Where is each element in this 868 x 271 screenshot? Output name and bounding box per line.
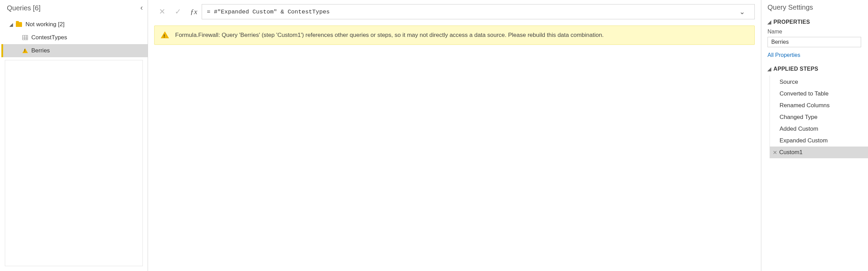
warning-icon: [161, 31, 169, 38]
step-label: Expanded Custom: [780, 137, 828, 144]
all-properties-link[interactable]: All Properties: [768, 52, 868, 58]
folder-icon: [16, 22, 22, 27]
confirm-icon: ✓: [170, 4, 186, 19]
query-settings-title: Query Settings: [768, 3, 868, 11]
expand-formula-icon[interactable]: ⌄: [734, 8, 750, 16]
table-icon: [22, 35, 28, 40]
queries-header-title: Queries [6]: [7, 4, 140, 12]
delete-step-icon[interactable]: ✕: [773, 149, 777, 156]
section-header-label: APPLIED STEPS: [773, 66, 818, 72]
step-expanded-custom[interactable]: ✕Expanded Custom: [770, 135, 868, 147]
step-label: Added Custom: [780, 126, 818, 132]
step-renamed-columns[interactable]: ✕Renamed Columns: [770, 100, 868, 111]
center-panel: ✕ ✓ ƒx = #"Expanded Custom" & ContestTyp…: [148, 0, 761, 271]
step-label: Changed Type: [780, 114, 817, 121]
query-item-label: ContestTypes: [31, 34, 67, 41]
query-item-berries[interactable]: Berries: [1, 44, 148, 57]
queries-header: Queries [6] ‹: [0, 3, 148, 18]
formula-bar: ✕ ✓ ƒx = #"Expanded Custom" & ContestTyp…: [154, 4, 755, 19]
warning-text: Formula.Firewall: Query 'Berries' (step …: [175, 31, 748, 40]
formula-input[interactable]: = #"Expanded Custom" & ContestTypes ⌄: [202, 4, 755, 19]
step-custom1[interactable]: ✕Custom1: [770, 147, 868, 158]
collapse-panel-icon[interactable]: ‹: [140, 3, 143, 12]
formula-text: = #"Expanded Custom" & ContestTypes: [207, 9, 734, 15]
properties-section-header[interactable]: ◢ PROPERTIES: [768, 19, 868, 25]
section-header-label: PROPERTIES: [773, 19, 810, 25]
folder-label: Not working [2]: [25, 21, 64, 28]
caret-down-icon: ◢: [768, 66, 771, 72]
caret-down-icon: ◢: [9, 22, 13, 27]
query-item-contesttypes[interactable]: ContestTypes: [1, 31, 148, 44]
step-label: Renamed Columns: [780, 102, 830, 109]
step-added-custom[interactable]: ✕Added Custom: [770, 123, 868, 135]
applied-steps-list: ✕Source ✕Converted to Table ✕Renamed Col…: [770, 76, 868, 158]
warning-icon: [22, 48, 28, 53]
query-settings-panel: Query Settings ◢ PROPERTIES Name All Pro…: [761, 0, 868, 271]
query-name-input[interactable]: [768, 37, 861, 47]
step-changed-type[interactable]: ✕Changed Type: [770, 111, 868, 123]
step-label: Source: [780, 79, 798, 86]
step-label: Converted to Table: [780, 90, 828, 97]
step-source[interactable]: ✕Source: [770, 76, 868, 88]
queries-tree: ◢ Not working [2] ContestTypes Berries: [0, 18, 148, 57]
queries-panel: Queries [6] ‹ ◢ Not working [2] ContestT…: [0, 0, 148, 271]
applied-steps-header[interactable]: ◢ APPLIED STEPS: [768, 66, 868, 72]
step-label: Custom1: [779, 149, 803, 156]
step-converted-to-table[interactable]: ✕Converted to Table: [770, 88, 868, 100]
query-item-label: Berries: [31, 47, 50, 54]
query-folder[interactable]: ◢ Not working [2]: [1, 18, 148, 31]
name-label: Name: [768, 29, 868, 35]
queries-empty-area: [5, 60, 143, 266]
caret-down-icon: ◢: [768, 19, 771, 25]
cancel-icon: ✕: [154, 4, 170, 19]
firewall-warning-banner: Formula.Firewall: Query 'Berries' (step …: [154, 26, 755, 45]
fx-icon[interactable]: ƒx: [186, 4, 202, 19]
